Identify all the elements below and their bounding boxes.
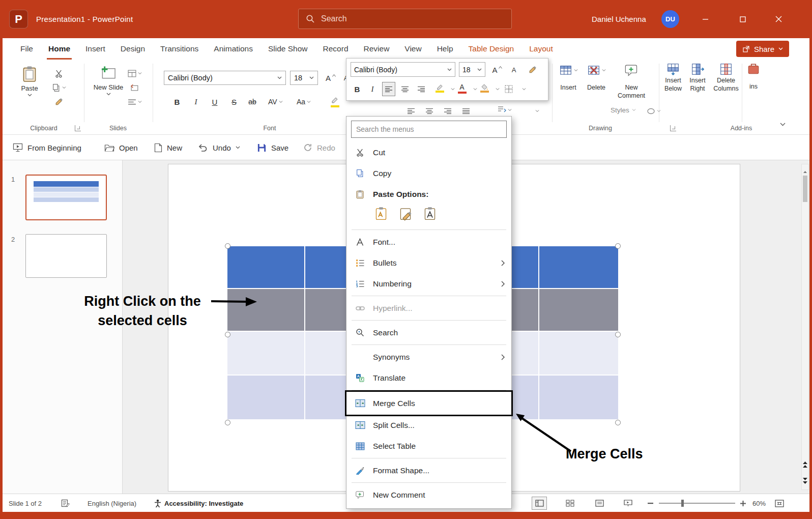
new-slide-button[interactable]: New Slide [93,66,124,96]
undo-button[interactable]: Undo [197,135,240,160]
tab-review[interactable]: Review [356,38,397,60]
menu-item-translate[interactable]: Translate [346,367,511,388]
open-button[interactable]: Open [104,135,138,160]
grow-font-button[interactable]: A [324,71,337,84]
share-button[interactable]: Share [736,41,789,57]
tab-animations[interactable]: Animations [206,38,260,60]
maximize-button[interactable] [728,0,758,38]
tab-home[interactable]: Home [41,38,78,60]
delete-table-button[interactable]: Delete [583,64,610,92]
fit-to-window-button[interactable] [775,494,784,512]
cut-button[interactable] [52,67,65,80]
slideshow-view-button[interactable] [620,497,635,510]
zoom-slider-thumb[interactable] [681,500,684,507]
save-button[interactable]: Save [257,135,288,160]
selection-handle[interactable] [225,420,230,425]
selection-handle[interactable] [225,332,230,337]
new-comment-button[interactable]: New Comment [617,64,646,100]
redo-button[interactable]: Redo [303,135,335,160]
zoom-level[interactable]: 60% [752,494,766,512]
menu-item-bullets[interactable]: Bullets [346,252,511,273]
search-input[interactable] [321,14,504,23]
paste-keep-text-only-button[interactable] [422,206,438,222]
menu-item-format-shape[interactable]: Format Shape... [346,460,511,481]
tab-view[interactable]: View [397,38,429,60]
vertical-scrollbar[interactable] [801,164,809,490]
tab-file[interactable]: File [13,38,41,60]
character-spacing-button[interactable]: AV [268,95,283,108]
slide-2-thumbnail[interactable] [25,234,107,278]
menu-item-split-cells[interactable]: Split Cells... [346,415,511,436]
menu-item-copy[interactable]: Copy [346,163,511,184]
previous-slide-button[interactable] [802,457,808,472]
paste-keep-source-button[interactable] [373,206,389,222]
notes-button[interactable] [61,494,70,512]
mini-align-right-button[interactable] [415,82,428,96]
avatar[interactable]: DU [661,10,679,28]
collapse-ribbon-button[interactable] [776,118,789,131]
selection-handle[interactable] [615,332,621,337]
menu-item-new-comment[interactable]: New Comment [346,484,511,505]
text-shadow-button[interactable]: S [227,95,241,108]
mini-borders-button[interactable] [502,82,515,96]
selection-handle[interactable] [225,243,230,249]
menu-search-box[interactable] [351,121,507,138]
mini-font-size-combo[interactable]: 18 [459,62,485,77]
underline-button[interactable]: U [208,95,221,108]
clipboard-dialog-launcher-icon[interactable] [75,125,81,131]
menu-item-merge-cells[interactable]: Merge Cells [346,392,511,415]
mini-bold-button[interactable]: B [351,82,364,96]
slide-1-thumbnail[interactable] [25,175,107,220]
selection-handle[interactable] [615,243,621,249]
accessibility-status[interactable]: Accessibility: Investigate [164,494,243,512]
minimize-button[interactable] [690,0,720,38]
selection-handle[interactable] [615,420,621,425]
tab-insert[interactable]: Insert [78,38,113,60]
mini-font-color-button[interactable]: A [455,81,469,95]
highlight-color-button[interactable] [328,95,341,108]
zoom-slider[interactable] [659,494,735,512]
mini-italic-button[interactable]: I [366,82,379,96]
shape-effects-button[interactable] [647,104,661,118]
slide-sorter-view-button[interactable] [562,497,577,510]
next-slide-button[interactable] [802,473,808,488]
close-button[interactable] [764,0,793,38]
paste-button[interactable]: Paste [14,66,45,97]
mini-shrink-font-button[interactable]: A [507,63,520,77]
tab-layout[interactable]: Layout [521,38,561,60]
zoom-out-button[interactable] [648,494,653,512]
menu-item-select-table[interactable]: Select Table [346,436,511,456]
text-direction-button[interactable] [497,103,512,117]
scrollbar-thumb[interactable] [803,176,807,202]
user-name[interactable]: Daniel Uchenna [592,15,646,23]
bold-button[interactable]: B [170,95,184,108]
tab-transitions[interactable]: Transitions [153,38,206,60]
search-box[interactable] [298,9,512,29]
change-case-button[interactable]: Aa [297,95,311,108]
format-painter-button[interactable] [52,95,65,108]
tab-design[interactable]: Design [113,38,153,60]
new-button[interactable]: New [154,135,182,160]
italic-button[interactable]: I [189,95,202,108]
zoom-in-button[interactable] [740,494,746,512]
menu-search-input[interactable] [356,125,502,133]
addins-button[interactable]: ins [745,63,762,91]
mini-format-painter-button[interactable] [526,63,539,77]
mini-borders-dropdown[interactable] [517,82,531,96]
mini-shape-fill-button[interactable] [478,81,491,95]
section-button[interactable] [128,95,142,108]
insert-table-button[interactable]: Insert [556,64,581,92]
menu-item-cut[interactable]: Cut [346,142,511,163]
paste-destination-style-button[interactable] [397,206,414,222]
copy-button[interactable] [52,81,66,94]
tab-record[interactable]: Record [315,38,356,60]
font-name-combo[interactable]: Calibri (Body) [164,71,286,85]
insert-right-button[interactable]: Insert Right [686,63,709,93]
strikethrough-button[interactable]: ab [246,95,259,108]
slide-layout-button[interactable] [128,67,142,80]
mini-align-left-button[interactable] [382,82,395,96]
reading-view-button[interactable] [592,497,607,510]
drawing-dialog-launcher-icon[interactable] [670,125,676,131]
columns-button[interactable] [531,104,544,118]
delete-columns-button[interactable]: Delete Columns [711,63,741,93]
